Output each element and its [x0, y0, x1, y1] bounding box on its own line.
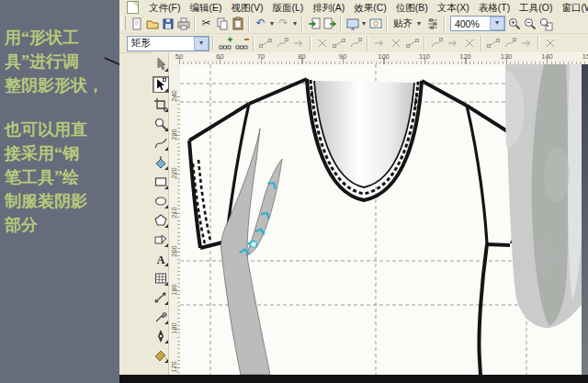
- photo-fragment[interactable]: [505, 64, 588, 328]
- toolbar-separator: [212, 36, 214, 51]
- menu-item-11[interactable]: 窗口(W): [557, 1, 588, 14]
- toolbox-fill-tool[interactable]: [153, 348, 168, 363]
- copy-icon[interactable]: [214, 16, 230, 31]
- menu-item-7[interactable]: 位图(B): [391, 1, 433, 14]
- open-icon[interactable]: [144, 16, 160, 31]
- zoom-level-combo[interactable]: 400% ▾: [450, 16, 505, 31]
- ruler-label: 230: [170, 121, 178, 149]
- toolbox-crop-tool[interactable]: [153, 97, 168, 112]
- toolbox-text-tool[interactable]: A: [153, 252, 168, 266]
- zoom-to-page-icon[interactable]: [538, 16, 554, 31]
- chevron-down-icon[interactable]: ▾: [194, 37, 209, 51]
- toolbox-smart-fill-tool[interactable]: [153, 155, 168, 170]
- application-launcher-icon[interactable]: [345, 16, 360, 31]
- horizontal-ruler[interactable]: 5060708090100110120130140150: [169, 52, 588, 65]
- ruler-label: 180: [170, 315, 178, 343]
- toolbox-shape-tool[interactable]: [153, 76, 169, 93]
- outline-pen-tool-icon: [153, 329, 168, 344]
- import-icon[interactable]: [306, 16, 322, 31]
- snap-to-label: 贴齐: [393, 17, 413, 30]
- convert-to-line-icon: [290, 36, 307, 51]
- toolbox-zoom-tool[interactable]: [153, 117, 168, 131]
- menu-item-10[interactable]: 工具(O): [514, 1, 557, 14]
- launcher-dropdown-icon[interactable]: ▾: [360, 19, 368, 28]
- annotation-text: 用“形状工具”进行调整阴影形状， 也可以用直接采用“钢笔工具”绘制服装阴影部分: [5, 26, 119, 257]
- chevron-down-icon[interactable]: ▾: [490, 17, 504, 30]
- toolbox-basic-shapes-tool[interactable]: [153, 232, 168, 247]
- ruler-label: 90: [339, 52, 346, 61]
- toolbar-separator: [340, 17, 342, 31]
- delete-node-icon[interactable]: [233, 36, 250, 51]
- curve-smoothness-icon: [542, 36, 559, 51]
- toolbox-rectangle-tool[interactable]: [153, 175, 168, 189]
- menu-item-9[interactable]: 表格(T): [474, 1, 514, 14]
- new-document-icon[interactable]: [129, 16, 144, 31]
- drawing-canvas[interactable]: [180, 64, 588, 375]
- export-icon[interactable]: [322, 16, 337, 31]
- toolbox-polygon-tool[interactable]: [153, 213, 168, 228]
- window-right-edge: [582, 64, 588, 375]
- menu-item-3[interactable]: 视图(V): [226, 1, 267, 14]
- node-handle-square[interactable]: [251, 242, 256, 247]
- toolbox-ellipse-tool[interactable]: [153, 194, 168, 208]
- svg-text:A: A: [156, 253, 164, 266]
- close-curve-icon: [445, 36, 461, 51]
- reverse-direction-icon: [388, 36, 404, 51]
- menu-item-8[interactable]: 文本(X): [433, 1, 474, 14]
- ruler-label: 200: [170, 237, 178, 265]
- property-bar: 矩形 ▾: [119, 34, 588, 53]
- toolbar-separator: [367, 36, 368, 51]
- save-icon[interactable]: [160, 16, 175, 31]
- ruler-label: 120: [459, 52, 471, 61]
- menu-item-6[interactable]: 效果(C): [349, 1, 391, 14]
- menu-item-2[interactable]: 编辑(E): [185, 1, 226, 14]
- menu-item-1[interactable]: 文件(F): [144, 1, 185, 14]
- annotation-line: 具”进行调: [5, 50, 119, 73]
- options-icon[interactable]: [425, 16, 441, 31]
- toolbar-separator: [537, 36, 539, 51]
- toolbox-dimension-tool[interactable]: [153, 290, 168, 305]
- chevron-down-icon: ▾: [415, 19, 423, 28]
- toolbar-separator: [424, 36, 425, 51]
- freehand-tool-icon: [153, 136, 168, 151]
- canvas-drawing[interactable]: [180, 64, 588, 375]
- toolbox-eyedropper-tool[interactable]: [153, 310, 168, 324]
- cut-icon[interactable]: ✂: [198, 16, 214, 31]
- zoom-out-icon[interactable]: [523, 16, 538, 31]
- document-icon: [127, 1, 139, 14]
- shape-tool-icon: [153, 77, 168, 92]
- undo-icon[interactable]: ↶: [253, 16, 268, 31]
- join-nodes-icon: [257, 36, 274, 51]
- menu-item-5[interactable]: 排列(A): [308, 1, 349, 14]
- toolbox-freehand-tool[interactable]: [153, 136, 168, 151]
- paste-icon[interactable]: [230, 16, 245, 31]
- ruler-label: 50: [175, 52, 183, 61]
- stretch-nodes-icon: [461, 36, 478, 51]
- shadow-shapes[interactable]: [221, 129, 282, 375]
- zoom-in-icon[interactable]: [507, 16, 523, 31]
- add-node-icon[interactable]: [217, 36, 233, 51]
- toolbox-table-tool[interactable]: [153, 271, 168, 286]
- snap-to-dropdown[interactable]: 贴齐 ▾: [390, 17, 425, 31]
- toolbar-grip[interactable]: [121, 17, 126, 30]
- menu-item-4[interactable]: 版面(L): [267, 1, 308, 14]
- toolbar-separator: [248, 17, 250, 31]
- print-icon[interactable]: [175, 16, 191, 31]
- ruler-label: 130: [501, 52, 513, 61]
- toolbox-pick-tool[interactable]: [153, 57, 168, 72]
- zoom-level-value: 400%: [451, 18, 490, 29]
- welcome-screen-icon[interactable]: [368, 16, 383, 31]
- undo-dropdown-icon[interactable]: ▾: [268, 19, 276, 28]
- convert-to-curve-icon: [314, 36, 331, 51]
- ruler-label: 140: [541, 52, 553, 61]
- zoom-tool-icon: [153, 117, 168, 131]
- ruler-label: 60: [216, 52, 223, 61]
- smart-fill-tool-icon: [153, 155, 168, 170]
- ruler-label: 100: [378, 52, 390, 61]
- table-tool-icon: [153, 271, 168, 286]
- text-tool-icon: A: [153, 252, 168, 266]
- toolbox-outline-pen-tool[interactable]: [153, 329, 168, 344]
- shape-selection-combo[interactable]: 矩形 ▾: [127, 36, 209, 51]
- coreldraw-window: 文件(F)编辑(E)视图(V)版面(L)排列(A)效果(C)位图(B)文本(X)…: [119, 0, 588, 383]
- annotation-line: 也可以用直: [5, 118, 119, 141]
